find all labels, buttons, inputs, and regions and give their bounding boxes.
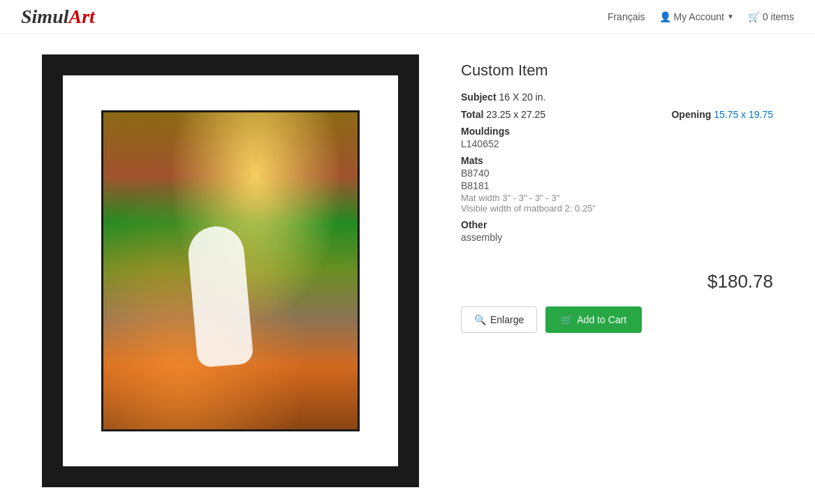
button-row: 🔍 Enlarge 🛒 Add to Cart: [461, 306, 773, 333]
total-opening-row: Total 23.25 x 27.25 Opening 15.75 x 19.7…: [461, 109, 773, 120]
opening-text: Opening 15.75 x 19.75: [671, 109, 773, 120]
cart-count: 0 items: [763, 11, 794, 22]
logo-simul: Simul: [21, 6, 68, 27]
mouldings-label: Mouldings: [461, 126, 773, 137]
total-value-text: 23.25 x 27.25: [486, 109, 545, 120]
account-label: My Account: [674, 11, 724, 22]
header-nav: Français 👤 My Account ▼ 🛒 0 items: [608, 11, 794, 22]
mat2-value: B8181: [461, 180, 773, 191]
mat-width-value-text: 3" - 3" - 3" - 3": [502, 193, 559, 203]
user-icon: 👤: [659, 11, 671, 22]
other-value: assembly: [461, 232, 773, 243]
logo-art: Art: [68, 6, 94, 27]
chevron-down-icon: ▼: [727, 13, 734, 20]
frame-image: [101, 110, 360, 431]
product-title: Custom Item: [461, 61, 773, 80]
header: SimulArt Français 👤 My Account ▼ 🛒 0 ite…: [0, 0, 815, 34]
subject-row: Subject 16 X 20 in.: [461, 89, 773, 105]
frame-preview: [42, 54, 419, 487]
opening-label: Opening: [671, 109, 711, 120]
opening-value: 15.75 x 19.75: [714, 109, 773, 120]
mats-label: Mats: [461, 155, 773, 166]
enlarge-label: Enlarge: [490, 314, 524, 325]
subject-value-text: 16 X 20 in.: [499, 91, 545, 103]
total-text: Total 23.25 x 27.25: [461, 109, 545, 120]
cart-icon: 🛒: [748, 11, 760, 22]
add-to-cart-button[interactable]: 🛒 Add to Cart: [545, 306, 642, 333]
mat1-value: B8740: [461, 168, 773, 179]
enlarge-button[interactable]: 🔍 Enlarge: [461, 306, 537, 333]
cart-icon: 🛒: [561, 314, 573, 325]
visible-width-note: Visible width of matboard 2: 0.25": [461, 203, 773, 214]
logo: SimulArt: [21, 6, 95, 28]
main-content: Custom Item Subject 16 X 20 in. Total 23…: [0, 34, 815, 504]
language-link[interactable]: Français: [608, 11, 645, 22]
product-details: Custom Item Subject 16 X 20 in. Total 23…: [461, 54, 773, 487]
frame-mat: [63, 75, 398, 466]
add-to-cart-label: Add to Cart: [577, 314, 626, 325]
total-label: Total: [461, 109, 483, 120]
enlarge-icon: 🔍: [474, 314, 486, 325]
account-menu[interactable]: 👤 My Account ▼: [659, 11, 734, 22]
subject-label: Subject: [461, 91, 497, 103]
mouldings-value: L140652: [461, 138, 773, 149]
cart-link[interactable]: 🛒 0 items: [748, 11, 794, 22]
frame-outer: [42, 54, 419, 487]
other-label: Other: [461, 219, 773, 230]
mat-width-label: Mat width: [461, 193, 500, 203]
price: $180.78: [461, 271, 773, 292]
mat-width-note: Mat width 3" - 3" - 3" - 3": [461, 193, 773, 203]
